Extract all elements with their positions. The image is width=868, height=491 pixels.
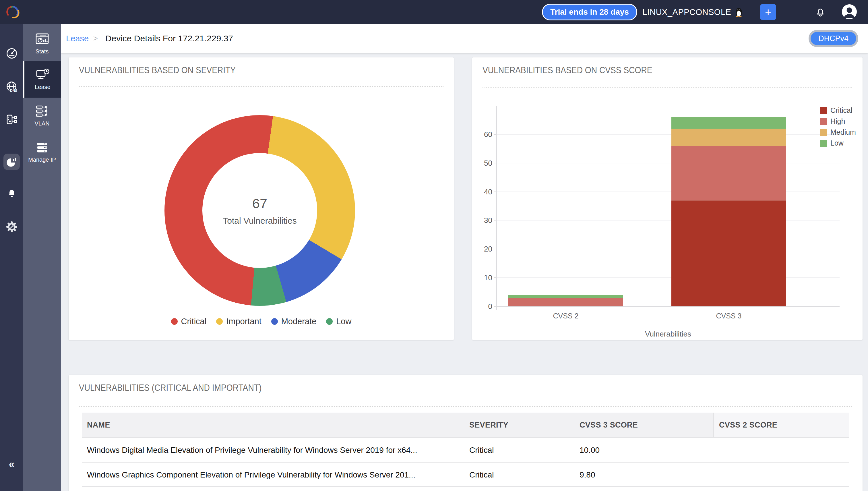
y-tick-label: 30	[476, 216, 492, 225]
user-avatar-icon[interactable]	[842, 4, 857, 20]
bar-segment-low-cvss-3[interactable]	[671, 117, 786, 128]
vlan-icon	[36, 105, 49, 117]
legend-swatch	[820, 118, 827, 125]
y-axis-line	[496, 106, 497, 310]
legend-dot	[271, 318, 278, 325]
bar-segment-high-cvss-2[interactable]	[508, 298, 623, 307]
legend-swatch	[820, 140, 827, 147]
bar-segment-high-cvss-3[interactable]	[671, 146, 786, 200]
legend-label: High	[830, 117, 845, 125]
sidebar-item-label: VLAN	[34, 120, 49, 127]
breadcrumb-bar: Lease > Device Details For 172.21.229.37…	[61, 24, 868, 53]
legend-label: Low	[830, 139, 844, 147]
breadcrumb-separator: >	[93, 34, 98, 43]
sidebar-item-vlan[interactable]: VLAN	[23, 97, 61, 134]
legend-item-critical: Critical	[820, 106, 852, 115]
severity-card: VULNERABILITIES BASED ON SEVERITY 67 Tot…	[69, 57, 454, 340]
y-tick-label: 40	[476, 187, 492, 196]
column-header-cvss-3-score: CVSS 3 SCORE	[574, 413, 713, 437]
sidebar-item-manage-ip[interactable]: Manage IP	[23, 134, 61, 171]
dhcp-version-badge[interactable]: DHCPv4	[809, 30, 858, 47]
gridline	[497, 163, 840, 163]
console-name-text: LINUX_APPCONSOLE	[642, 7, 731, 17]
severity-donut-chart[interactable]: 67 Total Vulnerabilities	[164, 115, 355, 306]
add-button[interactable]: +	[760, 4, 776, 20]
divider	[79, 86, 444, 87]
main-content: VULNERABILITIES BASED ON SEVERITY 67 Tot…	[61, 53, 868, 491]
bar-segment-medium-cvss-3[interactable]	[671, 128, 786, 146]
gridline	[497, 249, 840, 249]
gridline	[497, 134, 840, 135]
x-axis-title: Vulnerabilities	[497, 329, 840, 339]
sidebar-item-lease[interactable]: Lease	[23, 61, 61, 97]
dns-globe-icon[interactable]: DNS	[0, 80, 23, 94]
legend-dot	[326, 318, 333, 325]
settings-gear-icon[interactable]	[0, 220, 23, 233]
cell-cvss2	[713, 438, 849, 463]
legend-label: Medium	[830, 128, 856, 136]
severity-card-title: VULNERABILITIES BASED ON SEVERITY	[79, 65, 236, 76]
total-vulnerabilities-value: 67	[252, 196, 267, 211]
cell-severity: Critical	[464, 438, 574, 463]
pie-analytics-icon[interactable]	[0, 155, 23, 169]
vulnerabilities-table: NAMESEVERITYCVSS 3 SCORECVSS 2 SCOREWind…	[82, 413, 849, 487]
app-logo-icon[interactable]	[4, 4, 21, 21]
cvss-bar-chart[interactable]: Vulnerabilities 0102030405060CVSS 2CVSS …	[472, 57, 863, 340]
category-label: CVSS 3	[671, 312, 786, 320]
legend-item-critical: Critical	[171, 317, 207, 326]
legend-label: Low	[336, 317, 351, 326]
legend-item-important: Important	[216, 317, 262, 326]
server-topology-icon[interactable]	[0, 114, 23, 127]
legend-label: Critical	[181, 317, 207, 326]
legend-label: Important	[226, 317, 262, 326]
legend-item-medium: Medium	[820, 128, 856, 136]
table-row[interactable]: Windows Graphics Component Elevation of …	[82, 462, 849, 487]
gridline	[497, 192, 840, 192]
y-tick-label: 20	[476, 244, 492, 254]
icon-rail: DNS	[0, 24, 23, 491]
legend-item-moderate: Moderate	[271, 317, 317, 326]
legend-swatch	[820, 129, 827, 136]
cvss-card: VULNERABILITIES BASED ON CVSS SCORE Vuln…	[472, 57, 863, 340]
legend-item-low: Low	[326, 317, 351, 326]
legend-item-high: High	[820, 117, 845, 125]
sidebar-item-label: Manage IP	[28, 156, 56, 163]
sidebar-item-label: Stats	[36, 48, 49, 55]
dns-label: DNS	[10, 89, 17, 93]
legend-dot	[171, 318, 178, 325]
severity-legend: CriticalImportantModerateLow	[69, 317, 454, 326]
legend-item-low: Low	[820, 139, 844, 147]
console-name: LINUX_APPCONSOLE	[642, 0, 743, 24]
y-tick-label: 60	[476, 130, 492, 139]
stats-icon	[35, 33, 49, 45]
table-card-title: VULNERABILITIES (CRITICAL AND IMPORTANT)	[79, 382, 262, 393]
collapse-sidebar-button[interactable]: «	[0, 458, 23, 470]
cell-cvss2	[713, 463, 849, 487]
penguin-icon	[735, 7, 743, 17]
table-header-row: NAMESEVERITYCVSS 3 SCORECVSS 2 SCORE	[82, 413, 849, 437]
legend-label: Moderate	[281, 317, 317, 326]
bar-segment-critical-cvss-3[interactable]	[671, 200, 786, 307]
breadcrumb-parent-link[interactable]: Lease	[66, 34, 89, 44]
cell-name: Windows Digital Media Elevation of Privi…	[82, 438, 464, 463]
notifications-bell-icon[interactable]	[814, 6, 827, 18]
lease-icon	[36, 68, 50, 81]
bar-segment-low-cvss-2[interactable]	[508, 295, 623, 298]
category-label: CVSS 2	[508, 312, 623, 320]
legend-dot	[216, 318, 223, 325]
rail-bell-icon[interactable]	[0, 187, 23, 200]
table-row[interactable]: Windows Digital Media Elevation of Privi…	[82, 437, 849, 462]
vulnerabilities-table-card: VULNERABILITIES (CRITICAL AND IMPORTANT)…	[69, 375, 863, 491]
cell-cvss3: 10.00	[574, 438, 713, 463]
dashboard-gauge-icon[interactable]	[0, 47, 23, 60]
trial-countdown-button[interactable]: Trial ends in 28 days	[542, 4, 637, 20]
sidebar-item-stats[interactable]: Stats	[23, 27, 61, 61]
secondary-sidebar: Stats Lease	[23, 24, 61, 491]
cell-severity: Critical	[464, 463, 574, 487]
gridline	[497, 220, 840, 221]
y-tick-label: 0	[476, 302, 492, 311]
y-tick-label: 50	[476, 158, 492, 167]
gridline	[497, 278, 840, 278]
column-header-cvss-2-score: CVSS 2 SCORE	[713, 413, 849, 437]
cell-cvss3: 9.80	[574, 463, 713, 487]
